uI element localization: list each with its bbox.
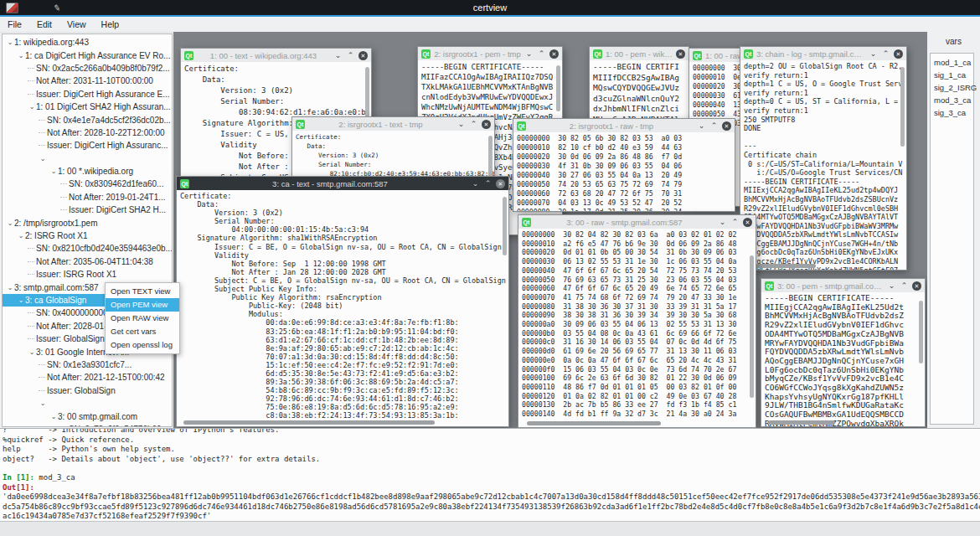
chevron-down-icon[interactable]: ⌄ [17, 232, 25, 240]
chevron-down-icon[interactable]: ⌄ [39, 155, 47, 162]
menubar-item[interactable]: View [59, 17, 94, 32]
tree-item[interactable]: ⌄ Not After: 2028-10-22T12:00:00 [3, 126, 172, 139]
tree-item[interactable]: ⌄ 3: 00 smtp.gmail.com [3, 410, 172, 422]
subwindow-titlebar[interactable]: Qt 2: isrgrootx1 - text - tmp ⌄ ⌃ ✕ [292, 117, 494, 131]
tree-item[interactable]: ⌄ Issuer: DigiCert High Assurance E... [3, 88, 172, 100]
vars-list[interactable]: mod_1_casig_1_casig_2_ISRGmod_3_casig_3_… [930, 53, 974, 425]
certificate-raw-view[interactable]: 00000000 30 82 05 6b 30 82 03 53 a0 03 0… [513, 132, 735, 211]
var-list-item[interactable]: sig_2_ISRG [931, 81, 973, 94]
maximize-icon[interactable]: ⌃ [900, 281, 909, 290]
maximize-icon[interactable]: ⌃ [881, 49, 890, 58]
close-icon[interactable]: ✕ [743, 218, 752, 227]
subwindow-titlebar[interactable]: Qt 1: 00 - pem - wikipedia.org:443 ✕ [590, 47, 689, 61]
horizontal-scrollbar[interactable] [742, 263, 898, 269]
tree-item[interactable]: ⌄ 2: /tmp/isrgrootx1.pem [3, 216, 172, 229]
scrollbar-thumb[interactable] [749, 264, 816, 268]
scrollbar-thumb[interactable] [750, 255, 754, 398]
chevron-down-icon[interactable]: ⌄ [17, 52, 25, 59]
tree-item[interactable]: ⌄ Not After: 2019-01-24T1... [3, 191, 172, 204]
maximize-icon[interactable]: ⌃ [346, 51, 355, 59]
menubar-item[interactable]: Help [94, 17, 127, 32]
vertical-scrollbar[interactable] [502, 192, 508, 418]
certificate-tree[interactable]: ⌄ 1: wikipedia.org:443 ⌄ 1: ca DigiCert … [2, 34, 173, 427]
window-raw-isrgrootx1[interactable]: Qt 2: isrgrootx1 - raw - tmp ⌄ ⌃ ✕ 00000… [513, 118, 735, 212]
window-titlebar[interactable]: ✎ certview [0, 0, 980, 15]
tree-item[interactable]: ⌄ Not After: 2021-12-15T00:00:42 [3, 371, 172, 384]
tree-item[interactable]: ⌄ SN: 0x4e1e7a4dc5cf2f36dc02b... [3, 113, 172, 126]
certificate-raw-view[interactable]: 00000000 30 82 04 82 30 82 03 6a a0 03 0… [518, 229, 756, 427]
horizontal-scrollbar[interactable] [763, 420, 916, 425]
tree-item[interactable]: ⌄ 1: wikipedia.org:443 [3, 36, 172, 49]
tree-item[interactable]: ⌄ Issuer: DigiCert SHA2 H... [3, 204, 172, 216]
close-icon[interactable]: ✕ [912, 281, 921, 291]
var-list-item[interactable]: mod_1_ca [931, 56, 973, 69]
tree-item[interactable]: ⌄ 1: 01 DigiCert SHA2 High Assuran... [3, 100, 172, 113]
vertical-scrollbar[interactable] [749, 230, 755, 419]
minimize-icon[interactable]: ⌄ [869, 49, 878, 58]
chevron-down-icon[interactable]: ⌄ [6, 39, 14, 46]
scrollbar-thumb[interactable] [556, 65, 560, 111]
window-pem-smtp[interactable]: Qt 3: 00 - pem - smtp.gmail.com:... ⌄ ⌃ … [761, 278, 926, 427]
horizontal-scrollbar[interactable] [178, 420, 500, 425]
menubar-item[interactable]: File [0, 17, 29, 32]
chevron-down-icon[interactable]: ⌄ [49, 413, 58, 420]
close-icon[interactable]: ✕ [722, 121, 731, 131]
horizontal-scrollbar[interactable] [520, 420, 747, 426]
context-menu-item[interactable]: Open RAW view [106, 312, 179, 325]
close-icon[interactable]: ✕ [482, 120, 491, 129]
menubar-item[interactable]: Edit [29, 17, 59, 32]
chevron-down-icon[interactable]: ⌄ [49, 168, 58, 175]
var-list-item[interactable]: sig_1_ca [931, 69, 973, 81]
minimize-icon[interactable]: ⌄ [697, 121, 706, 130]
minimize-icon[interactable]: ⌄ [524, 49, 534, 58]
close-icon[interactable]: ✕ [894, 49, 903, 59]
tree-item[interactable]: ⌄ SN: 0x2ac5c266a0b409b8f0b79f2... [3, 62, 172, 75]
subwindow-titlebar[interactable]: Qt 2: isrgrootx1 - raw - tmp ⌄ ⌃ ✕ [513, 119, 735, 133]
maximize-icon[interactable]: ⌃ [483, 179, 493, 188]
minimize-icon[interactable]: ⌄ [887, 281, 896, 290]
console-bottom-strip[interactable] [0, 521, 980, 536]
maximize-icon[interactable]: ⌃ [709, 121, 719, 130]
context-menu-item[interactable]: Open openssl log [106, 338, 179, 352]
maximize-icon[interactable]: ⌃ [730, 218, 740, 226]
tree-item[interactable]: ⌄ 1: 00 *.wikipedia.org [3, 165, 172, 178]
scrollbar-thumb[interactable] [527, 421, 661, 425]
certificate-text-view[interactable]: Certificate: Data: Version: 3 (0x2) Seri… [177, 190, 508, 426]
subwindow-titlebar[interactable]: Qt 3: ca - text - smtp.gmail.com:587 ⌄ ⌃… [177, 177, 508, 191]
context-menu-item[interactable]: Open PEM view [106, 298, 179, 312]
scrollbar-thumb[interactable] [900, 67, 905, 147]
close-icon[interactable]: ✕ [496, 179, 505, 188]
tree-item[interactable]: ⌄ Issuer: GlobalSign [3, 384, 172, 397]
chevron-down-icon[interactable]: ⌄ [28, 103, 36, 111]
subwindow-titlebar[interactable]: Qt 1: 00 - text - wikipedia.org:443 ⌄ ⌃ … [181, 49, 371, 63]
python-console[interactable]: ? -> Introduction and overview of IPytho… [0, 428, 980, 521]
context-menu-item[interactable]: Get cert vars [106, 325, 179, 338]
tree-item[interactable]: ⌄ Issuer: ISRG Root X1 [3, 268, 172, 281]
var-list-item[interactable]: mod_3_ca [931, 94, 973, 106]
context-menu-item[interactable]: Open TEXT view [106, 285, 179, 298]
certificate-pem-view[interactable]: -----BEGIN CERTIFICATE----- MIIEgjCCA2qg… [761, 292, 925, 426]
minimize-icon[interactable]: ⌄ [471, 179, 480, 188]
subwindow-titlebar[interactable]: Qt 3: 00 - raw - smtp.gmail.com:587 ⌄ ⌃ … [518, 215, 756, 229]
chevron-down-icon[interactable]: ⌄ [6, 219, 14, 227]
minimize-icon[interactable]: ⌄ [333, 51, 343, 59]
tree-item[interactable]: ⌄ Not After: 2031-11-10T00:00:00 [3, 75, 172, 87]
tree-item[interactable]: ⌄ 2: ISRG Root X1 [3, 229, 172, 242]
tree-item[interactable]: ⌄ SN: 0x78a2f6e54776b69e [3, 423, 172, 427]
tree-item[interactable]: ⌄ SN: 0x8210cfb0d240e3594463e0b... [3, 242, 172, 255]
tree-item[interactable]: ⌄ SN: 0x8309462d1fea60... [3, 178, 172, 190]
window-log-smtp[interactable]: Qt 3: chain - log - smtp.gmail.com:587 ⌄… [740, 46, 907, 271]
var-list-item[interactable]: sig_3_ca [931, 106, 973, 119]
chevron-down-icon[interactable]: ⌄ [17, 296, 25, 304]
close-icon[interactable]: ✕ [676, 49, 685, 59]
subwindow-titlebar[interactable]: Qt 2: isrgrootx1 - pem - tmp ⌄ ⌃ ✕ [418, 47, 562, 61]
scrollbar-thumb[interactable] [919, 301, 923, 363]
vertical-scrollbar[interactable] [918, 294, 924, 418]
tree-item[interactable]: ⌄ [3, 152, 172, 165]
chevron-down-icon[interactable]: ⌄ [39, 399, 47, 407]
vertical-scrollbar[interactable] [900, 62, 905, 261]
scrollbar-thumb[interactable] [768, 420, 835, 425]
window-text-smtp-ca[interactable]: Qt 3: ca - text - smtp.gmail.com:587 ⌄ ⌃… [176, 176, 509, 427]
close-icon[interactable]: ✕ [549, 49, 559, 59]
subwindow-titlebar[interactable]: Qt 3: chain - log - smtp.gmail.com:587 ⌄… [740, 47, 906, 61]
